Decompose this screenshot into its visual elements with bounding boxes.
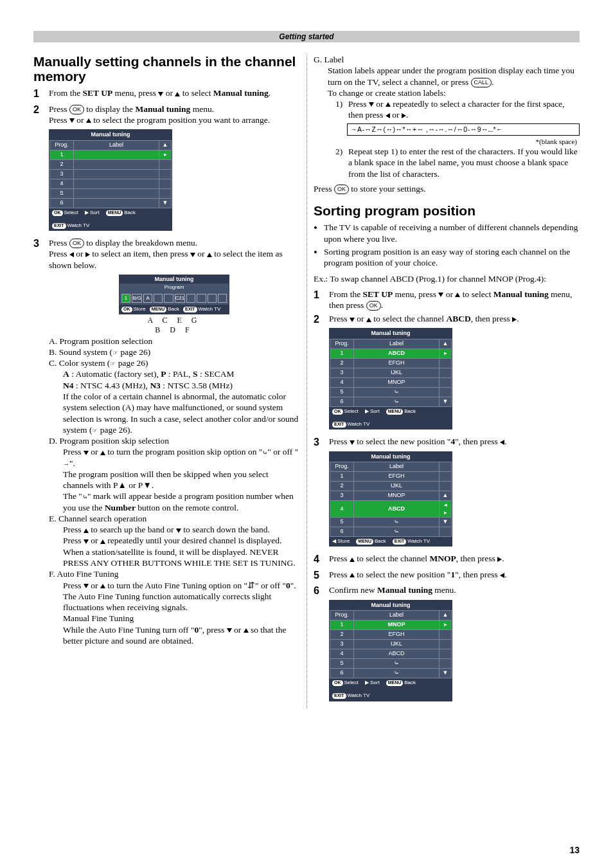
pointer-icon: ☞ xyxy=(110,360,116,367)
down-icon xyxy=(176,529,181,533)
left-icon xyxy=(69,252,74,257)
step-1: From the SET UP menu, press or to select… xyxy=(49,87,299,100)
down-icon xyxy=(84,584,89,588)
up-icon xyxy=(86,118,91,123)
heading-manual-channels: Manually setting channels in the channel… xyxy=(33,54,299,84)
page-number: 13 xyxy=(569,845,580,855)
step-number: 4 xyxy=(314,553,329,566)
sort-step-6: Confirm new Manual tuning menu. Manual t… xyxy=(329,584,580,705)
up-icon xyxy=(350,557,355,562)
text: to select an item, then press xyxy=(90,249,190,258)
up-icon xyxy=(100,451,105,455)
down-icon xyxy=(190,253,195,257)
osd-sort-a: Manual tuning Prog.Label▲ 1ABCD▸ 2EFGH 3… xyxy=(329,328,580,429)
item-a: A. Program position selection xyxy=(49,336,299,347)
box xyxy=(164,294,173,303)
cell: 1 xyxy=(50,150,74,159)
step-number: 5 xyxy=(314,569,329,582)
box: C21 xyxy=(175,294,186,303)
left-column: Manually setting channels in the channel… xyxy=(33,54,299,708)
osd-program: Manual tuning Program 1 B/G A C21 xyxy=(119,275,229,314)
osd-subtitle: Program xyxy=(120,284,229,291)
step-3: Press OK to display the breakdown menu. … xyxy=(49,237,299,646)
text: or xyxy=(195,249,207,258)
osd-title: Manual tuning xyxy=(49,130,172,140)
cell: 5 xyxy=(50,188,74,198)
text: Press xyxy=(49,104,69,114)
text: Press xyxy=(49,238,69,248)
up-icon xyxy=(207,253,212,257)
text: to select xyxy=(180,88,213,98)
item-f: F. Auto Fine Tuning Press or to turn the… xyxy=(49,568,299,646)
blank-space-note: *(blank space) xyxy=(328,137,577,146)
heading-sorting: Sorting program position xyxy=(314,203,580,218)
osd-sort-c: Manual tuning Prog.Label▲ 1MNOP▸ 2EFGH 3… xyxy=(329,600,580,701)
item-c: C. Color system (☞ page 26) A : Automati… xyxy=(49,357,299,435)
substep-1: 1) xyxy=(335,98,348,121)
cell: 3 xyxy=(50,169,74,179)
item-g: G. Label Station labels appear under the… xyxy=(314,54,580,194)
item-d: D. Program position skip selection Press… xyxy=(49,435,299,513)
up-icon xyxy=(244,628,249,633)
text: or xyxy=(75,115,86,125)
box xyxy=(208,294,217,303)
call-button-icon: CALL xyxy=(471,78,492,87)
text: Press xyxy=(49,115,69,125)
box xyxy=(154,294,163,303)
brace-labels-bottom: B D F xyxy=(49,325,299,335)
down-icon xyxy=(84,539,89,544)
text: menu, press xyxy=(112,88,158,98)
right-column: G. Label Station labels appear under the… xyxy=(314,54,580,708)
down-icon xyxy=(350,318,355,322)
text: . xyxy=(269,88,271,98)
ok-button-icon: OK xyxy=(366,301,381,311)
text: to display the xyxy=(84,104,136,114)
p-up-icon: ▲ xyxy=(118,480,127,490)
left-icon xyxy=(500,573,504,578)
aft-on-icon: ⇵ xyxy=(247,581,255,590)
section-title: Getting started xyxy=(279,32,333,41)
osd-manual-tuning-list: Manual tuning Prog.Label▲ 1▸ 2 3 4 5 6▼ xyxy=(49,129,299,231)
sort-step-1: From the SET UP menu, press or to select… xyxy=(329,289,580,311)
brace-labels-top: A C E G xyxy=(49,316,299,325)
down-icon xyxy=(84,451,89,455)
charset-box: →A-↔Z↔(↔)↔*↔+↔ ,↔-↔.↔/↔0-↔9↔⎵*← xyxy=(347,123,580,136)
left-icon xyxy=(500,440,504,445)
box xyxy=(197,294,206,303)
col-label: Label xyxy=(74,140,159,150)
ok-button-icon: OK xyxy=(69,105,84,114)
down-icon xyxy=(227,628,232,633)
example-text: Ex.: To swap channel ABCD (Prog.1) for c… xyxy=(314,273,580,284)
ok-button-icon: OK xyxy=(69,239,84,248)
step-number: 1 xyxy=(33,87,49,100)
step-number: 6 xyxy=(314,584,329,705)
text: From the xyxy=(49,88,83,98)
osd-sort-b: Manual tuning Prog.Label 1EFGH 2IJKL 3MN… xyxy=(329,451,580,547)
text: Manual tuning xyxy=(135,104,190,114)
step-number: 2 xyxy=(314,313,329,433)
up-icon xyxy=(350,573,355,577)
list-item: Sorting program position is an easy way … xyxy=(324,246,580,269)
left-icon xyxy=(386,113,390,118)
cell: 2 xyxy=(50,159,74,169)
text: menu. xyxy=(190,104,214,114)
substep-2: 2) xyxy=(335,146,348,179)
up-icon xyxy=(386,102,391,107)
skip-off-icon: → xyxy=(63,460,69,469)
step-number: 3 xyxy=(33,237,49,646)
skip-on-icon: ⤿ xyxy=(82,493,87,502)
cell: 6 xyxy=(50,198,74,208)
item-e: E. Channel search operation Press to sea… xyxy=(49,513,299,568)
sort-step-4: Press to select the channel MNOP, then p… xyxy=(329,553,580,566)
down-icon xyxy=(69,118,75,123)
up-icon xyxy=(366,318,371,322)
text: Press xyxy=(49,249,69,258)
text: Manual tuning xyxy=(213,88,269,98)
osd-title: Manual tuning xyxy=(120,275,229,284)
step-number: 1 xyxy=(314,289,329,311)
sort-step-3: Press to select the new position "4", th… xyxy=(329,436,580,550)
text: to select the program position you want … xyxy=(91,115,270,125)
column-divider xyxy=(306,54,307,708)
text: or xyxy=(163,88,175,98)
right-icon xyxy=(402,113,406,118)
